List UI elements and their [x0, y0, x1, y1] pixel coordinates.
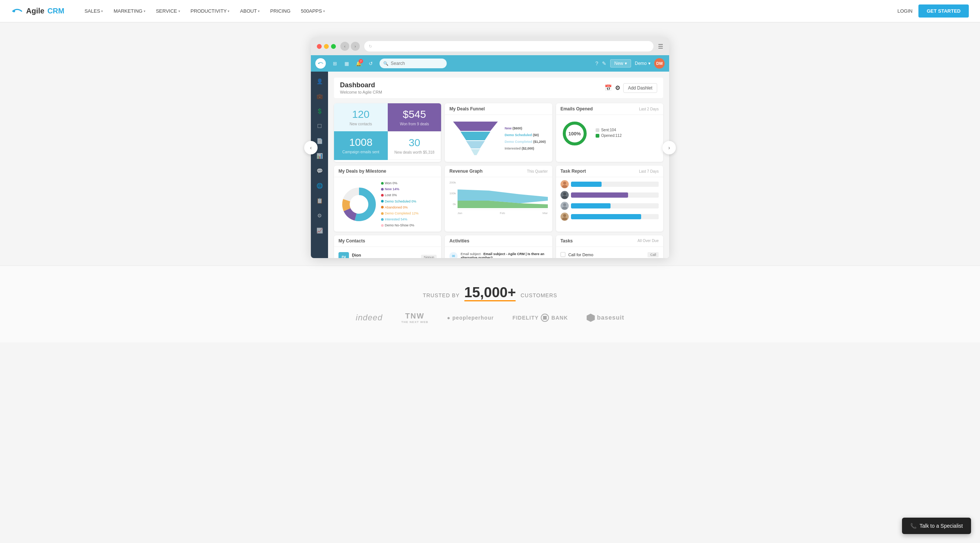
calendar-icon[interactable]: 📅: [605, 84, 612, 91]
tasks-dashlet: Tasks All Over Due Call for Demo Call: [556, 235, 663, 259]
nav-about[interactable]: ABOUT ▾: [235, 0, 265, 22]
milestone-content: Won 0% New 14% Lost 0% Demo Scheduled 0%…: [334, 177, 441, 232]
add-dashlet-button[interactable]: Add Dashlet: [623, 83, 657, 93]
revenue-dashlet: Revenue Graph This Quarter 200k 100k 0k: [445, 165, 552, 232]
maximize-dot[interactable]: [331, 44, 336, 49]
activity-icon-1: ✉: [449, 252, 458, 259]
new-deals-label: New deals worth $5,318: [393, 150, 437, 154]
crm-logo-icon: [315, 58, 326, 68]
edit-icon[interactable]: ✎: [602, 60, 606, 67]
new-deals-number: 30: [393, 137, 437, 149]
agile-logo-icon: [11, 7, 23, 15]
activities-content: ✉ Email subject · Email subject - Agile …: [445, 247, 552, 259]
trusted-prefix: TRUSTED BY: [423, 292, 460, 298]
logo-text-crm: CRM: [48, 7, 65, 15]
task-avatar-4: [560, 213, 569, 221]
contacts-dashlet: My Contacts DI Dion Other,: [334, 235, 441, 259]
sent-legend: Sent:104: [596, 128, 622, 132]
task-text-1: Call for Demo: [568, 252, 645, 257]
revenue-y-axis: 200k 100k 0k: [449, 180, 456, 206]
person-icon: [560, 191, 569, 199]
login-link[interactable]: LOGIN: [897, 8, 912, 14]
search-input[interactable]: [391, 61, 439, 66]
help-icon[interactable]: ?: [595, 60, 598, 67]
milestone-pie: [339, 184, 380, 225]
task-report-dashlet: Task Report Last 7 Days: [556, 165, 663, 232]
chevron-down-icon: ▾: [323, 10, 325, 13]
crm-search-bar[interactable]: 🔍: [380, 59, 447, 68]
crm-grid-icon[interactable]: ⊞: [329, 58, 340, 68]
scroll-left-arrow[interactable]: ‹: [304, 141, 318, 154]
settings-icon[interactable]: ⚙: [615, 84, 620, 91]
basesuit-logo: basesuit: [587, 314, 624, 322]
person-icon: [560, 202, 569, 210]
tasks-period: All Over Due: [637, 239, 659, 243]
won-amount: $545: [392, 108, 437, 121]
revenue-x-axis: JanFebMar: [458, 211, 548, 215]
revenue-chart-area: 200k 100k 0k: [449, 180, 547, 215]
partner-logos: indeed TNW THE NEXT WEB ● peopleperhour …: [30, 312, 950, 324]
sidebar-chat-icon[interactable]: 💬: [313, 164, 326, 178]
nav-service[interactable]: SERVICE ▾: [151, 0, 186, 22]
task-avatar-1: [560, 180, 569, 188]
contacts-content: DI Dion Other, Signup: [334, 247, 441, 259]
sidebar-globe-icon[interactable]: 🌐: [313, 179, 326, 192]
ml-demo-noshow: Demo No-Show 0%: [381, 222, 419, 228]
browser-menu-icon[interactable]: ☰: [658, 43, 663, 50]
sidebar-contacts-icon[interactable]: 👤: [313, 75, 326, 88]
dashboard-header: Dashboard Welcome to Agile CRM 📅 ⚙ Add D…: [334, 78, 663, 98]
crm-refresh-icon[interactable]: ↺: [365, 58, 376, 68]
sidebar-deals-icon[interactable]: 💼: [313, 89, 326, 103]
donut-percent: 100%: [568, 131, 581, 137]
svg-point-17: [562, 185, 567, 188]
close-dot[interactable]: [317, 44, 322, 49]
crm-body: 👤 💼 💲 ☐ 📄 📊 💬 🌐 📋 ⚙ 📈: [311, 71, 669, 258]
nav-marketing[interactable]: MARKETING ▾: [108, 0, 150, 22]
crm-calendar-icon[interactable]: ▦: [342, 58, 352, 68]
sidebar-tasks-icon[interactable]: ☐: [313, 119, 326, 133]
crm-notification-icon[interactable]: 🔔 7: [353, 58, 364, 68]
nav-sales[interactable]: SALES ▾: [79, 0, 108, 22]
url-refresh-icon: ↻: [369, 44, 372, 49]
task-bar-bg-1: [571, 182, 659, 187]
contact-name-1: Dion: [352, 253, 418, 257]
get-started-button[interactable]: GET STARTED: [918, 5, 969, 17]
browser-dots: [317, 44, 336, 49]
minimize-dot[interactable]: [324, 44, 329, 49]
sidebar-money-icon[interactable]: 💲: [313, 105, 326, 118]
svg-point-19: [562, 196, 567, 199]
demo-button[interactable]: Demo ▾: [635, 61, 651, 66]
dashboard-title-area: Dashboard Welcome to Agile CRM: [340, 81, 382, 94]
sidebar-network-icon[interactable]: ⚙: [313, 209, 326, 222]
task-report-title: Task Report: [560, 168, 586, 174]
activities-title: Activities: [449, 238, 469, 243]
fidelity-logo: FIDELITY BANK: [512, 314, 568, 322]
nav-pricing[interactable]: PRICING: [265, 0, 296, 22]
revenue-content: 200k 100k 0k: [445, 177, 552, 218]
browser-forward-button[interactable]: ›: [351, 42, 360, 51]
logo-area[interactable]: Agile CRM: [11, 7, 64, 15]
emails-opened-dashlet: Emails Opened Last 2 Days: [556, 103, 663, 162]
chevron-down-icon: ▾: [101, 10, 103, 13]
ml-interested: Interested 54%: [381, 216, 419, 222]
task-checkbox-1[interactable]: [560, 252, 565, 257]
browser-url-bar[interactable]: ↻: [364, 41, 654, 51]
browser-chrome: ‹ › ↻ ☰: [311, 37, 669, 55]
browser-back-button[interactable]: ‹: [340, 42, 349, 51]
svg-point-1: [318, 63, 320, 64]
new-button[interactable]: New ▾: [610, 59, 631, 68]
nav-500apps[interactable]: 500APPS ▾: [296, 0, 330, 22]
avatar[interactable]: DM: [654, 58, 665, 68]
activity-row-1: ✉ Email subject · Email subject - Agile …: [449, 250, 547, 259]
new-contacts-card: 120 New contacts: [334, 103, 388, 131]
opened-dot: [596, 134, 599, 138]
task-bar-fill-2: [571, 192, 628, 198]
crm-sidebar: 👤 💼 💲 ☐ 📄 📊 💬 🌐 📋 ⚙ 📈: [311, 71, 328, 258]
task-bar-row-1: [560, 180, 659, 188]
crm-interface: ⊞ ▦ 🔔 7 ↺ 🔍 ? ✎: [311, 55, 669, 258]
sidebar-analytics-icon[interactable]: 📈: [313, 224, 326, 237]
sidebar-report-icon[interactable]: 📋: [313, 194, 326, 207]
email-legend: Sent:104 Opened:112: [596, 128, 622, 139]
scroll-right-arrow[interactable]: ›: [662, 141, 676, 154]
nav-productivity[interactable]: PRODUCTIVITY ▾: [186, 0, 235, 22]
